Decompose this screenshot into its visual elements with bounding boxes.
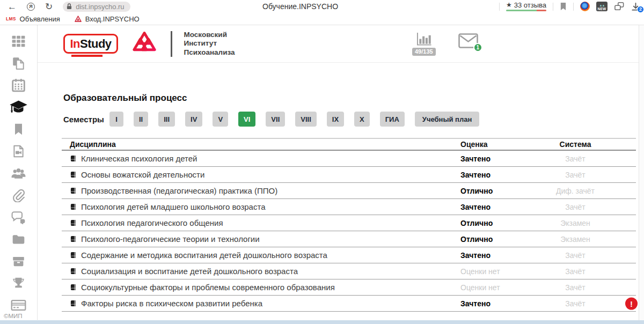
system-value: Зачёт xyxy=(565,267,585,276)
bookmark-item-login[interactable]: Вход.INPSYCHO xyxy=(75,15,140,23)
groups-icon[interactable] xyxy=(11,166,26,180)
discipline-name: Психолого-педагогические теории и технол… xyxy=(81,234,260,244)
extension-circle-icon[interactable] xyxy=(580,2,590,11)
progress-badge: 49/135 xyxy=(412,48,436,56)
grade-value: Зачтено xyxy=(460,203,491,211)
yandex-browser-icon[interactable]: Я xyxy=(27,3,35,11)
triangle-favicon xyxy=(75,16,82,22)
mip-triangle-logo[interactable] xyxy=(130,31,159,57)
back-icon[interactable]: ← xyxy=(8,2,17,11)
toolbar-divider xyxy=(499,3,500,11)
mail-unread-badge: 1 xyxy=(473,43,482,52)
semester-tab[interactable]: VII xyxy=(266,112,285,127)
book-icon xyxy=(70,268,77,275)
toolbar-divider xyxy=(573,3,574,11)
apps-grid-icon[interactable] xyxy=(11,34,26,48)
attachment-icon[interactable] xyxy=(11,188,26,202)
instudy-logo[interactable]: InStudy xyxy=(63,34,118,54)
book-icon xyxy=(70,155,77,162)
content-header: InStudy Московский Институт Психоанализа xyxy=(38,25,644,63)
archive-icon[interactable] xyxy=(11,254,26,268)
discipline-row[interactable]: Клиническая психология детей Зачтено Зач… xyxy=(62,151,636,167)
new-icon-label: NEW xyxy=(598,7,606,12)
semesters-label: Семестры xyxy=(63,115,109,124)
system-value: Диф. зачёт xyxy=(556,187,595,195)
system-value: Зачёт xyxy=(565,283,585,292)
book-icon xyxy=(70,187,77,194)
url-text: dist.inpsycho.ru xyxy=(76,3,124,11)
discipline-name: Психология педагогического общения xyxy=(81,218,223,227)
calendar-icon[interactable] xyxy=(11,78,26,92)
grade-value: Оценки нет xyxy=(460,267,500,276)
table-header: Дисциплина Оценка Система xyxy=(62,138,636,151)
semester-tab[interactable]: Учебный план xyxy=(415,112,479,127)
education-icon[interactable] xyxy=(9,100,28,114)
bookmark-flag-icon[interactable] xyxy=(560,2,567,11)
logo-underline xyxy=(71,55,103,57)
semester-tab[interactable]: V xyxy=(213,112,228,127)
scrollbar-track[interactable] xyxy=(639,25,644,320)
lock-icon xyxy=(65,3,73,10)
book-icon xyxy=(70,284,77,291)
semester-tab[interactable]: VI xyxy=(238,112,255,127)
toolbar-left-group: ← Я ↻ dist.inpsycho.ru xyxy=(0,2,130,12)
downloads-badge: 2 xyxy=(637,6,644,13)
discipline-row[interactable]: Психология детей младшего школьного возр… xyxy=(62,199,636,215)
discipline-row[interactable]: Основы вожатской деятельности Зачтено За… xyxy=(62,167,636,183)
semester-tab[interactable]: X xyxy=(354,112,370,127)
site-rating[interactable]: ★ 33 отзыва xyxy=(506,2,546,11)
discipline-row[interactable]: Производственная (педагогическая) практи… xyxy=(62,183,636,199)
header-status-icons: 49/135 1 xyxy=(412,32,478,56)
discipline-row[interactable]: Социализация и воспитание детей дошкольн… xyxy=(62,263,636,279)
alert-icon[interactable]: ! xyxy=(625,297,638,310)
book-icon xyxy=(70,252,77,259)
grade-value: Зачтено xyxy=(460,171,491,179)
semester-tab[interactable]: III xyxy=(158,112,175,127)
book-icon xyxy=(70,203,77,210)
bookmark-item-announcements[interactable]: LMS Объявления xyxy=(6,15,60,23)
chat-icon[interactable] xyxy=(11,210,26,224)
discipline-row[interactable]: Психология педагогического общения Отлич… xyxy=(62,215,636,231)
folder-icon[interactable] xyxy=(11,232,26,246)
discipline-row[interactable]: Содержание и методика воспитания детей д… xyxy=(62,247,636,263)
lms-favicon: LMS xyxy=(6,16,16,21)
progress-stats[interactable]: 49/135 xyxy=(412,32,436,56)
system-value: Экзамен xyxy=(560,235,590,244)
mail-button[interactable]: 1 xyxy=(458,33,478,48)
rating-bar xyxy=(506,10,546,11)
semester-tab[interactable]: II xyxy=(134,112,148,127)
bar-chart-icon xyxy=(415,32,433,47)
semester-tab[interactable]: IV xyxy=(185,112,202,127)
grade-value: Отлично xyxy=(460,235,493,244)
page-content: InStudy Московский Институт Психоанализа xyxy=(38,25,644,324)
header-grade: Оценка xyxy=(456,140,545,149)
book-icon xyxy=(70,300,77,307)
semester-tab[interactable]: IX xyxy=(327,112,344,127)
payment-card-icon[interactable] xyxy=(11,298,26,312)
trophy-icon[interactable] xyxy=(11,276,26,290)
discipline-row[interactable]: Психолого-педагогические теории и технол… xyxy=(62,231,636,247)
discipline-row[interactable]: Социокультурные факторы и проблемы совре… xyxy=(62,279,636,296)
reload-icon[interactable]: ↻ xyxy=(45,2,53,11)
address-bar[interactable]: dist.inpsycho.ru xyxy=(63,2,130,12)
bookmarks-icon[interactable] xyxy=(11,122,26,136)
downloads-button[interactable]: 2 xyxy=(631,2,640,11)
extension-new-icon[interactable]: ▲▲ NEW xyxy=(596,2,608,11)
grade-value: Отлично xyxy=(460,219,493,227)
discipline-name: Клиническая психология детей xyxy=(81,154,197,163)
discipline-row[interactable]: Факторы риска в психическом развитии реб… xyxy=(62,296,636,312)
grade-value: Зачтено xyxy=(460,154,491,163)
logo-divider xyxy=(171,31,172,57)
discipline-name: Содержание и методика воспитания детей д… xyxy=(81,251,327,260)
semester-tab[interactable]: VIII xyxy=(295,112,317,127)
semester-tab[interactable]: I xyxy=(109,112,123,127)
video-lectures-icon[interactable] xyxy=(11,144,26,158)
disciplines-table: Дисциплина Оценка Система Клиническая пс… xyxy=(62,138,636,312)
discipline-name: Социокультурные факторы и проблемы совре… xyxy=(81,283,335,292)
system-value: Зачёт xyxy=(565,203,585,211)
documents-icon[interactable] xyxy=(11,56,26,70)
logo-part-study: Study xyxy=(80,37,112,51)
semester-tab[interactable]: ГИА xyxy=(380,112,405,127)
extensions-boxes-icon[interactable] xyxy=(614,2,625,11)
discipline-name: Социализация и воспитание детей дошкольн… xyxy=(81,267,298,276)
